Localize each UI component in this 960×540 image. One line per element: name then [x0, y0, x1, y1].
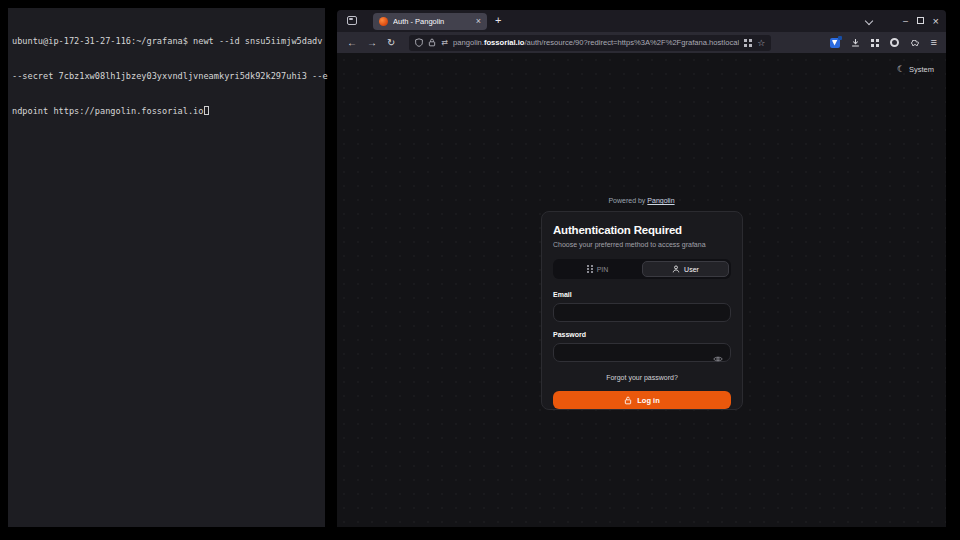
list-all-tabs-chevron-icon[interactable]: [865, 17, 873, 25]
forgot-password-link[interactable]: Forgot your password?: [553, 374, 731, 381]
address-bar[interactable]: ⇄ pangolin.fossorial.io/auth/resource/90…: [409, 35, 771, 51]
password-field[interactable]: [553, 343, 731, 362]
tab-title: Auth - Pangolin: [393, 17, 471, 26]
permissions-swap-icon[interactable]: ⇄: [441, 38, 448, 47]
tab-auth-pangolin[interactable]: Auth - Pangolin ×: [373, 13, 487, 30]
reload-button[interactable]: ↻: [387, 38, 395, 48]
theme-toggle-label: System: [909, 65, 934, 74]
terminal-line: ndpoint https://pangolin.fossorial.io: [12, 106, 322, 118]
downloads-icon[interactable]: [851, 38, 860, 48]
page-actions-grid-icon[interactable]: [744, 39, 752, 47]
lock-icon[interactable]: [428, 38, 436, 47]
hamburger-menu-icon[interactable]: ≡: [931, 37, 937, 48]
privacy-ring-icon[interactable]: [890, 38, 899, 47]
browser-window: Auth - Pangolin × + – × ← → ↻ ⇄ pangolin…: [337, 10, 946, 527]
blue-extension-icon[interactable]: [830, 38, 840, 48]
tab-close-icon[interactable]: ×: [476, 17, 481, 26]
email-field[interactable]: [553, 303, 731, 322]
browser-toolbar: ← → ↻ ⇄ pangolin.fossorial.io/auth/resou…: [337, 32, 946, 53]
tab-user[interactable]: User: [642, 261, 729, 277]
back-button[interactable]: ←: [347, 38, 357, 48]
window-close-button[interactable]: ×: [933, 15, 939, 27]
pangolin-link[interactable]: Pangolin: [647, 197, 674, 204]
toolbar-extensions: ≡: [830, 37, 937, 48]
url-text[interactable]: pangolin.fossorial.io/auth/resource/90?r…: [453, 38, 739, 47]
terminal-line: --secret 7cbz1xw08lh1jbzey03yxvndljvneam…: [12, 71, 322, 83]
bookmark-star-icon[interactable]: ☆: [757, 38, 765, 48]
theme-toggle[interactable]: ☾ System: [897, 65, 934, 74]
forward-button[interactable]: →: [367, 38, 377, 48]
minimize-button[interactable]: –: [903, 15, 908, 27]
email-label: Email: [553, 291, 731, 298]
extensions-puzzle-icon[interactable]: [910, 38, 920, 48]
tab-strip: Auth - Pangolin × + – ×: [337, 10, 946, 32]
shield-permissions-icon[interactable]: [415, 38, 423, 47]
terminal-output: ubuntu@ip-172-31-27-116:~/grafana$ newt …: [8, 8, 325, 141]
tab-pin[interactable]: PIN: [555, 261, 640, 277]
pin-keypad-icon: [587, 265, 593, 273]
eye-icon: [713, 355, 723, 363]
login-lock-icon: [624, 396, 632, 405]
pangolin-favicon-icon: [379, 17, 388, 26]
login-button[interactable]: Log in: [553, 391, 731, 409]
powered-by: Powered by Pangolin: [337, 197, 946, 204]
new-tab-button[interactable]: +: [495, 14, 501, 26]
user-icon: [672, 265, 680, 273]
login-button-label: Log in: [637, 396, 660, 405]
card-subtitle: Choose your preferred method to access g…: [553, 241, 731, 248]
auth-card: Authentication Required Choose your pref…: [541, 211, 743, 410]
terminal-line: ubuntu@ip-172-31-27-116:~/grafana$ newt …: [12, 36, 322, 48]
auth-method-tabs: PIN User: [553, 259, 731, 279]
firefox-view-icon[interactable]: [347, 16, 357, 25]
terminal-window[interactable]: ubuntu@ip-172-31-27-116:~/grafana$ newt …: [8, 8, 325, 527]
card-title: Authentication Required: [553, 224, 731, 236]
maximize-button[interactable]: [917, 17, 924, 24]
show-password-button[interactable]: [713, 349, 723, 367]
terminal-cursor: [204, 106, 209, 115]
password-label: Password: [553, 331, 731, 338]
moon-icon: ☾: [897, 65, 905, 74]
auth-page: ☾ System Powered by Pangolin Authenticat…: [337, 53, 946, 527]
apps-grid-icon[interactable]: [871, 39, 879, 47]
